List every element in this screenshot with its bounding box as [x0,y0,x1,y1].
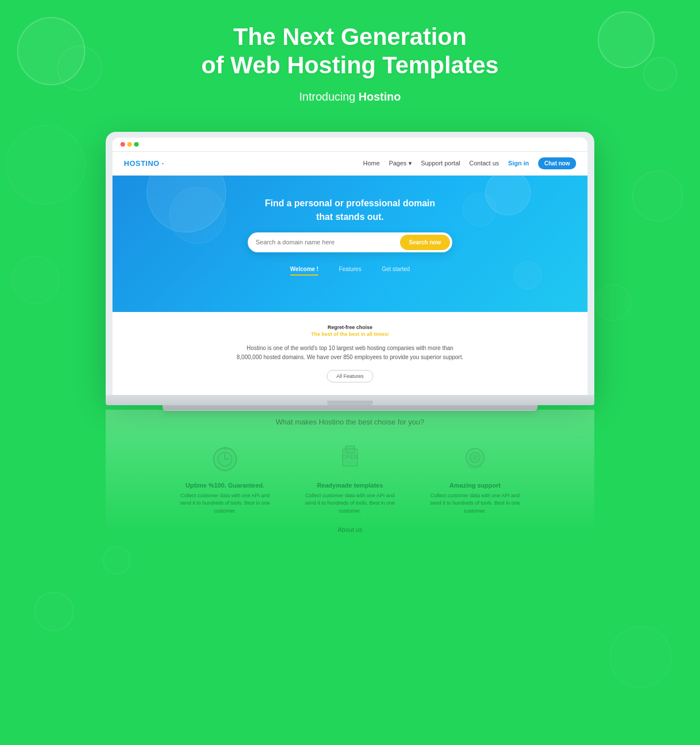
support-desc: Collect customer data with one API and s… [430,492,520,515]
uptime-desc: Collect customer data with one API and s… [180,492,270,515]
feature-item-templates: OPEN Readymade templates Collect custome… [305,442,395,515]
nav-pages[interactable]: Pages ▾ [389,160,411,167]
content-tagline2: The best of the best in all times! [130,331,570,337]
content-tagline1: Regret-free choise [130,324,570,330]
reflection-question: What makes Hostino the best choise for y… [117,418,583,426]
nav-home[interactable]: Home [363,160,380,167]
laptop-screen-wrapper: HOSTINO · Home Pages ▾ Support portal Co… [106,132,594,395]
uptime-icon [208,442,242,476]
browser-dot-yellow [127,142,132,147]
templates-icon: OPEN [333,442,367,476]
browser-dot-red [120,142,125,147]
hero-title-line2: that stands out. [130,212,570,222]
uptime-title: Uptime %100. Guaranteed. [186,482,265,489]
nav-support[interactable]: Support portal [421,160,460,167]
svg-point-4 [223,447,227,450]
laptop-base [106,395,594,405]
features-row: Uptime %100. Guaranteed. Collect custome… [117,442,583,515]
all-features-button[interactable]: All Features [327,370,373,382]
site-nav: HOSTINO · Home Pages ▾ Support portal Co… [113,152,588,176]
browser-dots [120,142,139,147]
nav-signin[interactable]: Sign in [508,160,529,167]
svg-rect-6 [345,446,355,453]
hero-tab-features[interactable]: Features [339,266,361,276]
nav-contact[interactable]: Contact us [469,160,499,167]
browser-dot-green [134,142,139,147]
hero-title-line1: Find a personal or professional domain [130,198,570,209]
about-link[interactable]: About us [117,526,583,533]
site-content: Regret-free choise The best of the best … [113,312,588,395]
domain-search-input[interactable] [256,239,400,245]
templates-title: Readymade templates [317,482,383,489]
hero-tabs: Welcome ! Features Get started [130,266,570,276]
feature-item-support: i Amazing support Collect customer data … [430,442,520,515]
laptop-screen-bezel: HOSTINO · Home Pages ▾ Support portal Co… [113,138,588,395]
reflection-section: What makes Hostino the best choise for y… [106,410,594,534]
intro-line: Introducing Hostino [299,90,401,103]
domain-search-button[interactable]: Search now [400,235,450,250]
site-logo: HOSTINO · [124,159,164,168]
feature-item-uptime: Uptime %100. Guaranteed. Collect custome… [180,442,270,515]
intro-brand: Hostino [359,90,401,103]
hero-tab-welcome[interactable]: Welcome ! [290,266,319,276]
intro-prefix: Introducing [299,90,359,103]
templates-desc: Collect customer data with one API and s… [305,492,395,515]
support-title: Amazing support [449,482,501,489]
site-hero: Find a personal or professional domain t… [113,176,588,312]
domain-search-bar: Search now [248,232,452,252]
browser-bar [113,138,588,152]
hero-tab-getstarted[interactable]: Get started [382,266,410,276]
laptop-mockup: HOSTINO · Home Pages ▾ Support portal Co… [106,132,594,534]
nav-chat-button[interactable]: Chat now [538,157,576,169]
page-wrapper: The Next Generationof Web Hosting Templa… [38,23,663,533]
site-logo-text: HOSTINO [124,159,160,168]
support-icon: i [458,442,492,476]
site-logo-dot: · [160,159,164,168]
main-heading: The Next Generationof Web Hosting Templa… [201,23,498,80]
nav-links: Home Pages ▾ Support portal Contact us S… [363,157,576,169]
content-description: Hostino is one of the world's top 10 lar… [236,344,464,362]
svg-text:OPEN: OPEN [342,454,358,460]
svg-text:i: i [474,454,476,462]
